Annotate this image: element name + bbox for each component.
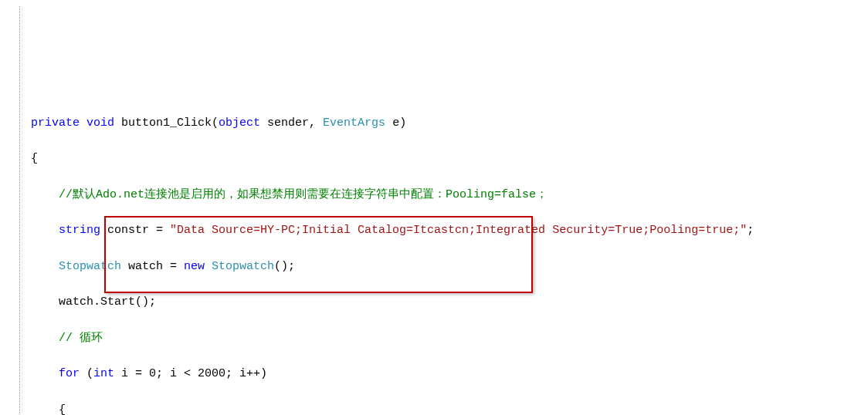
keyword-void: void — [86, 116, 114, 130]
keyword-private: private — [31, 116, 80, 130]
keyword-for: for — [59, 367, 80, 380]
type-stopwatch: Stopwatch — [212, 260, 274, 273]
type-stopwatch: Stopwatch — [59, 260, 121, 273]
code-line: private void button1_Click(object sender… — [31, 114, 868, 132]
code-line: { — [31, 401, 868, 416]
code-line: watch.Start(); — [31, 293, 868, 311]
keyword-int: int — [93, 367, 114, 380]
string-literal: "Data Source=HY-PC;Initial Catalog=Itcas… — [170, 224, 747, 237]
code-line: for (int i = 0; i < 2000; i++) — [31, 365, 868, 383]
type-eventargs: EventArgs — [323, 116, 385, 130]
comment-line: //默认Ado.net连接池是启用的，如果想禁用则需要在连接字符串中配置：Poo… — [31, 186, 868, 204]
code-line: Stopwatch watch = new Stopwatch(); — [31, 258, 868, 275]
keyword-object: object — [219, 116, 260, 130]
code-line: string constr = "Data Source=HY-PC;Initi… — [31, 221, 868, 239]
keyword-new: new — [184, 260, 205, 273]
keyword-string: string — [59, 224, 100, 237]
comment-line: // 循环 — [31, 329, 868, 347]
code-line: { — [31, 150, 868, 167]
code-outline-guide — [19, 6, 20, 415]
